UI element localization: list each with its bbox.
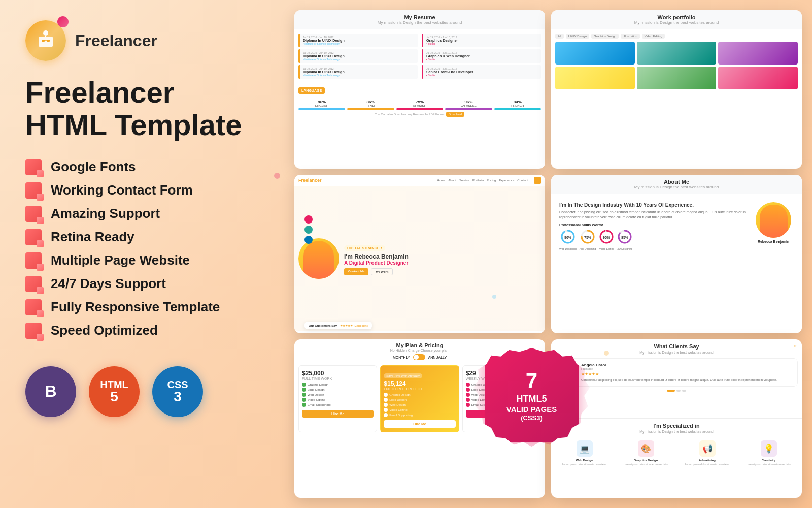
resume-body: Jul 19, 2016 - Jun 10, 2012 Diploma In U… — [294, 29, 545, 168]
logo-icon — [25, 20, 66, 61]
about-text: I'm In The Design Industry With 10 Years… — [559, 202, 748, 250]
timeline-item: Jul 19, 2016 - Jun 10, 2012 Diploma In U… — [298, 65, 418, 79]
about-body: I'm In The Design Industry With 10 Years… — [551, 194, 802, 332]
spec-desc-creativity: Lorem ipsum dolor sit amet consectetur — [742, 463, 795, 466]
plan1-type: FULL TIME WORK — [302, 377, 374, 380]
portfolio-thumb — [637, 67, 717, 89]
about-header: About Me My mission is Design the best w… — [551, 175, 802, 194]
plan1-feature: Graphic Design — [302, 383, 374, 387]
sticker-number: 7 — [506, 368, 557, 394]
sticker-shape: 7 HTML5 VALID PAGES (CSS3) — [485, 348, 579, 442]
svg-text:95%: 95% — [603, 236, 611, 239]
hero-logo: Freelancer — [298, 178, 322, 183]
hero-person-figure — [303, 241, 334, 279]
nav-link-about[interactable]: About — [448, 179, 456, 182]
toggle-label-monthly: MONTHLY — [393, 356, 410, 359]
hero-contact-btn[interactable]: Contact Me — [344, 268, 368, 275]
nav-link-home[interactable]: Home — [437, 179, 445, 182]
portfolio-tab[interactable]: Video Editing — [642, 34, 665, 39]
spec-name-web: Web Design — [558, 459, 611, 462]
about-person-circle — [756, 202, 791, 238]
portfolio-tab[interactable]: Graphics Design — [591, 34, 619, 39]
lang-spanish: 75% SPANISH — [396, 100, 443, 110]
plan1-feature: Web Design — [302, 393, 374, 397]
skill-item: 90% Web Designing — [559, 229, 577, 250]
toggle-label-annually: ANNUALLY — [428, 356, 447, 359]
upwork-icon — [304, 226, 313, 234]
testimonial-name: Angela Carol — [581, 363, 793, 367]
testimonial-card: Angela Carol Fullstack ★★★★★ Consectetur… — [555, 358, 798, 387]
spec-desc-web: Lorem ipsum dolor sit amet consectetur — [558, 463, 611, 466]
advertising-icon: 📢 — [699, 440, 716, 457]
skill-item: 85% 3D Designing — [617, 229, 632, 250]
about-avatar: Rebecca Benjamin — [753, 202, 794, 250]
feature-item: Amazing Support — [25, 206, 259, 222]
testimonials-screenshot: What Clients Say My mission is Design th… — [551, 339, 802, 498]
toggle-track[interactable] — [413, 354, 425, 360]
nav-link-experience[interactable]: Experience — [499, 179, 514, 182]
logo-row: Freelancer — [25, 20, 259, 61]
nav-menu-button[interactable] — [534, 177, 541, 184]
dot-inactive — [682, 390, 686, 392]
about-person-name: Rebecca Benjamin — [758, 240, 789, 243]
plan2-feature: Video Editing — [384, 408, 455, 412]
testimonial-stars: ★★★★★ — [581, 372, 793, 376]
nav-link-service[interactable]: Service — [459, 179, 469, 182]
decorative-dot — [492, 295, 496, 299]
hero-name: I'm Rebecca Benjamin — [344, 253, 541, 260]
svg-rect-4 — [47, 40, 50, 42]
nav-link-pricing[interactable]: Pricing — [487, 179, 496, 182]
timeline-col-left: Jul 19, 2016 - Jun 10, 2012 Diploma In U… — [298, 34, 418, 81]
feature-icon — [25, 323, 42, 339]
plan2-btn[interactable]: Hire Me — [384, 420, 455, 428]
nav-link-contact[interactable]: Contact — [517, 179, 528, 182]
svg-rect-3 — [42, 40, 45, 42]
hero-buttons: Contact Me My Work — [344, 268, 541, 275]
specialized-subtitle: My mission is Design the best websites a… — [555, 430, 798, 433]
sticker-text: 7 HTML5 VALID PAGES (CSS3) — [506, 368, 557, 422]
timeline-item: Jul 19, 2016 - Jun 10, 2012 Diploma In U… — [298, 49, 418, 63]
spec-item-web: 💻 Web Design Lorem ipsum dolor sit amet … — [555, 437, 614, 469]
feature-item: Retina Ready — [25, 229, 259, 245]
svg-text:75%: 75% — [584, 236, 592, 239]
nav-link-portfolio[interactable]: Portfolio — [472, 179, 484, 182]
plan1-btn[interactable]: Hire Me — [302, 410, 374, 418]
testimonials-inner: What Clients Say My mission is Design th… — [551, 339, 802, 396]
plan2-feature: Graphic Design — [384, 393, 455, 397]
feature-icon — [25, 182, 42, 199]
featured-badge: Save 75% With Annually — [384, 373, 422, 378]
resume-timeline: Jul 19, 2016 - Jun 10, 2012 Diploma In U… — [298, 34, 541, 81]
timeline-item-pink: Jul 19, 2016 - Jun 10, 2012 Graphics Des… — [422, 34, 541, 47]
timeline-col-right: Jul 19, 2016 - Jun 10, 2012 Graphics Des… — [422, 34, 541, 81]
spec-item-advertising: 📢 Advertising Lorem ipsum dolor sit amet… — [678, 437, 736, 469]
plan2-amount: $15,124 — [384, 380, 455, 387]
testimonials-subtitle: My mission is Design the best websites a… — [555, 351, 798, 354]
hero-work-btn[interactable]: My Work — [371, 268, 393, 275]
about-heading: I'm In The Design Industry With 10 Years… — [559, 202, 748, 208]
hero-avatar — [298, 238, 339, 279]
plan2-feature: Web Design — [384, 403, 455, 407]
spec-name-advertising: Advertising — [681, 459, 733, 462]
specialized-content: I'm Specialized in My mission is Design … — [551, 419, 802, 473]
portfolio-tab[interactable]: All — [555, 34, 564, 39]
dot-active — [667, 390, 675, 392]
about-body-text: Consectetur adipiscing elit, sed do eius… — [559, 210, 748, 220]
spec-desc-graphics: Lorem ipsum dolor sit amet consectetur — [620, 463, 672, 466]
toggle-thumb — [414, 355, 419, 360]
testimonial-text: Consectetur adipiscing elit, sed do eius… — [581, 378, 793, 382]
timeline-item-pink: Jul 19, 2016 - Jun 10, 2012 Senior Front… — [422, 65, 541, 79]
creativity-icon: 💡 — [761, 440, 777, 457]
spec-grid: 💻 Web Design Lorem ipsum dolor sit amet … — [555, 437, 798, 469]
pricing-plan-2-featured: Save 75% With Annually $15,124 FIXED FRE… — [380, 365, 459, 432]
portfolio-tab[interactable]: Illustration — [621, 34, 639, 39]
hero-nav-links: Home About Service Portfolio Pricing Exp… — [437, 179, 528, 182]
spec-item-creativity: 💡 Creativity Lorem ipsum dolor sit amet … — [739, 437, 798, 469]
timeline-item-pink: Jul 19, 2016 - Jun 10, 2012 Graphics & W… — [422, 49, 541, 63]
specialized-title: I'm Specialized in — [555, 423, 798, 429]
lang-french: 84% FRENCH — [494, 100, 541, 110]
portfolio-thumb — [555, 42, 635, 65]
skill-item: 95% Video Editing — [599, 229, 614, 250]
portfolio-tab[interactable]: UI/UX Design — [566, 34, 589, 39]
slider-dots — [555, 390, 798, 392]
timeline-item: Jul 19, 2016 - Jun 10, 2012 Diploma In U… — [298, 34, 418, 47]
